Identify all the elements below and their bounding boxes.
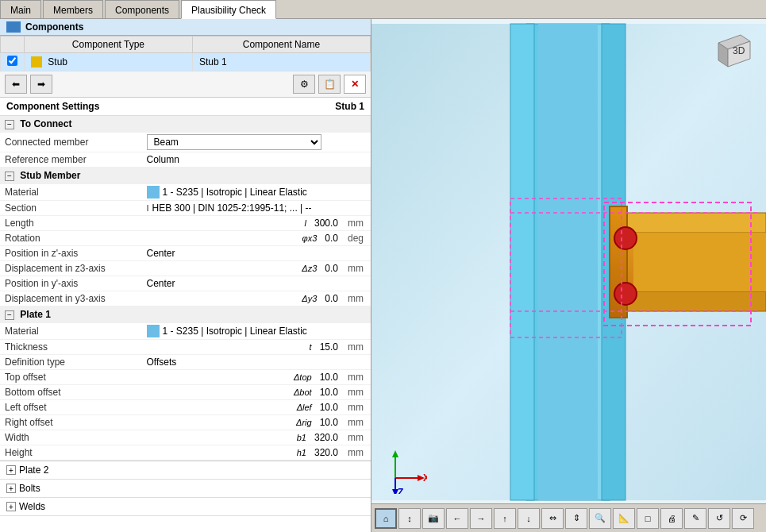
to-connect-expand[interactable]: − [5,120,14,129]
row-checkbox[interactable] [1,53,25,71]
stub-member-expand[interactable]: − [5,172,14,181]
tab-bar: Main Members Components Plausibility Che… [0,0,766,19]
vp-btn-home[interactable]: ⌂ [375,508,397,529]
vp-btn-zoom[interactable]: ↕ [398,508,421,529]
vp-btn-frame[interactable]: □ [637,508,659,529]
plate1-left-offset-value[interactable]: 10.0 [320,402,338,413]
svg-point-11 [614,283,637,305]
disp-z3-value[interactable]: 0.0 [325,263,338,274]
plate1-right-offset-sym-val: Δrig 10.0 [142,415,344,430]
svg-point-10 [614,227,637,249]
btn-forward[interactable]: ➡ [30,75,52,94]
disp-y3-unit: mm [343,291,371,306]
vp-btn-right[interactable]: → [470,508,492,529]
welds-section[interactable]: + Welds [0,498,371,516]
plate1-thickness-value[interactable]: 15.0 [320,341,338,353]
rotation-sym-val: φx3 0.0 [142,231,344,246]
bolts-section[interactable]: + Bolts [0,480,371,498]
bolts-label: Bolts [19,483,40,494]
rotation-label: Rotation [0,231,142,246]
tab-plausibility-check[interactable]: Plausibility Check [181,0,276,19]
plate1-deftype-label: Definition type [0,355,142,370]
btn-back[interactable]: ⬅ [5,75,27,94]
plate1-height-value[interactable]: 320.0 [314,447,338,458]
plate1-width-unit: mm [343,430,371,445]
btn-component-copy[interactable]: 📋 [318,75,341,94]
length-sym-val: l 300.0 [142,216,344,231]
plate1-thickness-sym-val: t 15.0 [142,340,344,355]
welds-expand-icon[interactable]: + [6,502,16,511]
vp-btn-undo[interactable]: ↺ [708,508,730,529]
reference-member-row: Reference member Column [0,152,371,168]
length-value[interactable]: 300.0 [314,218,338,229]
plate1-mat-color [147,325,160,337]
disp-y3-label: Displacement in y3-axis [0,291,142,306]
svg-rect-7 [618,291,766,311]
btn-delete[interactable]: ✕ [344,75,366,94]
row-name: Stub 1 [192,53,370,71]
vp-btn-refresh[interactable]: ⟳ [732,508,754,529]
plate1-material-label: Material [0,323,142,340]
bolts-expand-icon[interactable]: + [6,484,16,493]
plate1-group-row: − Plate 1 [0,306,371,323]
reference-member-value: Column [142,152,371,168]
plate1-expand[interactable]: − [5,310,14,320]
vp-btn-print[interactable]: 🖨 [660,508,683,529]
settings-title: Component Settings [6,101,99,112]
rotation-unit: deg [343,231,371,246]
vp-btn-vert[interactable]: ⇕ [565,508,587,529]
axis-svg: X Z [379,446,427,494]
vp-btn-measure[interactable]: 📐 [613,508,635,529]
section-icon: I [147,203,149,213]
plate1-material-value[interactable]: 1 - S235 | Isotropic | Linear Elastic [142,323,371,340]
viewport[interactable]: X Z 3D [371,19,766,532]
vp-btn-edit[interactable]: ✎ [684,508,706,529]
plate1-left-offset-sym-val: Δlef 10.0 [142,400,344,415]
plate1-width-value[interactable]: 320.0 [314,432,338,443]
plate2-section[interactable]: + Plate 2 [0,461,371,480]
table-row[interactable]: Stub Stub 1 [1,53,371,71]
col-checkbox [1,37,25,53]
plate1-thickness-label: Thickness [0,340,142,355]
col-name-header: Component Name [192,37,370,53]
material-value[interactable]: 1 - S235 | Isotropic | Linear Elastic [142,184,371,201]
tab-members[interactable]: Members [43,0,103,18]
tab-main[interactable]: Main [0,0,41,18]
plate1-top-offset-value[interactable]: 10.0 [320,372,338,383]
plate1-height-symbol: h1 [297,448,306,457]
vp-btn-camera[interactable]: 📷 [422,508,445,529]
pos-y-label: Position in y'-axis [0,276,142,291]
plate1-right-offset-value[interactable]: 10.0 [320,417,338,428]
connected-member-select[interactable]: Beam [147,134,321,150]
mat-color-box [147,186,160,199]
plate1-width-symbol: b1 [297,433,306,442]
plate1-bot-offset-unit: mm [343,385,371,400]
vp-btn-up[interactable]: ↑ [494,508,516,529]
plate1-top-offset-sym-val: Δtop 10.0 [142,370,344,385]
components-table: Component Type Component Name Stub Stub … [0,36,371,71]
pos-y-value[interactable]: Center [142,276,371,291]
delete-icon: ✕ [351,79,359,90]
rotation-value[interactable]: 0.0 [325,233,338,244]
pos-y-row: Position in y'-axis Center [0,276,371,291]
plate1-bot-offset-value[interactable]: 10.0 [320,387,338,398]
row-type: Stub [25,53,193,71]
material-label: Material [0,184,142,201]
connected-member-value[interactable]: Beam [142,133,371,152]
back-icon: ⬅ [12,79,20,90]
section-text: HEB 300 | DIN 1025-2:1995-11; ... | -- [152,202,312,214]
section-value[interactable]: I HEB 300 | DIN 1025-2:1995-11; ... | -- [142,201,371,216]
vp-btn-search[interactable]: 🔍 [589,508,611,529]
vp-btn-horiz[interactable]: ⇔ [541,508,564,529]
btn-component-add[interactable]: ⚙ [293,75,315,94]
plate1-deftype-row: Definition type Offsets [0,355,371,370]
disp-y3-value[interactable]: 0.0 [325,293,338,304]
plate1-deftype-value[interactable]: Offsets [142,355,371,370]
tab-components[interactable]: Components [105,0,179,18]
rotation-row: Rotation φx3 0.0 deg [0,231,371,246]
component-copy-icon: 📋 [324,79,336,90]
vp-btn-left[interactable]: ← [446,508,468,529]
vp-btn-down[interactable]: ↓ [518,508,540,529]
pos-z-value[interactable]: Center [142,246,371,261]
plate2-expand-icon[interactable]: + [6,465,16,475]
